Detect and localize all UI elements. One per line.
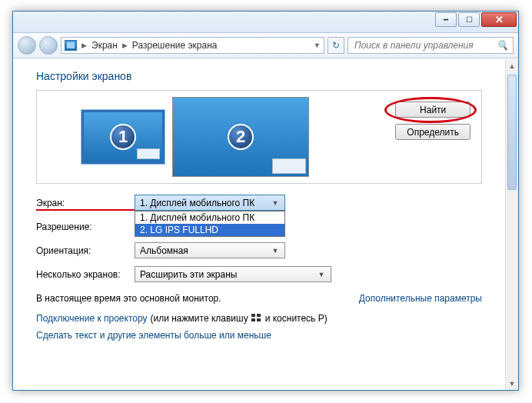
multi-display-value: Расширить эти экраны	[140, 269, 237, 280]
monitor-number-badge: 1	[110, 124, 136, 150]
projector-link[interactable]: Подключение к проектору	[36, 313, 148, 324]
projector-hint-a: (или нажмите клавишу	[151, 313, 248, 324]
back-button[interactable]	[18, 36, 36, 55]
find-button[interactable]: Найти	[395, 102, 470, 118]
multi-display-select[interactable]: Расширить эти экраны ▼	[135, 266, 331, 282]
scrollbar-thumb[interactable]	[507, 75, 517, 190]
display-icon	[65, 40, 77, 51]
window-frame: ━ ☐ ✕ ▶ Экран ▶ Разрешение экрана ▼ ↻ 🔍 …	[12, 11, 519, 391]
chevron-down-icon: ▼	[269, 245, 281, 257]
navbar: ▶ Экран ▶ Разрешение экрана ▼ ↻ 🔍	[13, 33, 518, 58]
settings-form: Экран: 1. Дисплей мобильного ПК ▼ 1. Дис…	[36, 195, 482, 282]
close-icon: ✕	[495, 14, 504, 25]
search-input[interactable]	[353, 39, 497, 52]
monitor-arrangement[interactable]: 1 2 Найти Определить	[36, 90, 482, 184]
forward-button[interactable]	[39, 36, 58, 55]
search-box[interactable]: 🔍	[347, 37, 514, 54]
display-option-2[interactable]: 2. LG IPS FULLHD	[135, 224, 284, 236]
monitor-taskbar-deco	[137, 148, 160, 159]
display-dropdown: 1. Дисплей мобильного ПК 2. LG IPS FULLH…	[135, 211, 285, 237]
chevron-right-icon: ▶	[81, 42, 87, 49]
display-label: Экран:	[36, 198, 135, 208]
chevron-down-icon: ▼	[315, 268, 328, 281]
monitor-number-badge: 2	[228, 124, 254, 150]
minimize-button[interactable]: ━	[435, 12, 457, 27]
orientation-select-value: Альбомная	[140, 245, 188, 256]
refresh-icon: ↻	[332, 40, 340, 51]
page-title: Настройки экранов	[36, 70, 482, 82]
address-bar[interactable]: ▶ Экран ▶ Разрешение экрана ▼	[61, 37, 324, 54]
display-option-1[interactable]: 1. Дисплей мобильного ПК	[135, 211, 284, 224]
display-select-value: 1. Дисплей мобильного ПК	[140, 198, 254, 208]
text-size-link[interactable]: Сделать текст и другие элементы больше и…	[36, 330, 271, 341]
resolution-label: Разрешение:	[36, 221, 135, 232]
monitor-2[interactable]: 2	[172, 97, 309, 177]
projector-hint-b: и коснитесь P)	[265, 313, 328, 324]
vertical-scrollbar[interactable]: ▲ ▼	[505, 59, 518, 390]
breadcrumb-item[interactable]: Разрешение экрана	[132, 40, 218, 51]
chevron-right-icon: ▶	[122, 42, 128, 49]
scroll-down-arrow[interactable]: ▼	[506, 377, 518, 390]
titlebar: ━ ☐ ✕	[13, 12, 518, 33]
chevron-down-icon: ▼	[269, 197, 281, 209]
scroll-up-arrow[interactable]: ▲	[506, 59, 518, 72]
display-select[interactable]: 1. Дисплей мобильного ПК ▼ 1. Дисплей мо…	[135, 195, 285, 211]
windows-key-icon	[251, 314, 262, 323]
orientation-label: Ориентация:	[36, 245, 135, 256]
breadcrumb-item[interactable]: Экран	[91, 40, 118, 51]
search-icon[interactable]: 🔍	[497, 40, 508, 51]
content-area: Настройки экранов 1 2 Найти Определить Э…	[13, 59, 505, 390]
orientation-select[interactable]: Альбомная ▼	[135, 242, 285, 258]
identify-button[interactable]: Определить	[395, 124, 470, 140]
minimize-icon: ━	[444, 15, 448, 24]
multi-display-label: Несколько экранов:	[36, 269, 135, 280]
monitor-1[interactable]: 1	[81, 110, 165, 164]
maximize-icon: ☐	[466, 15, 473, 24]
monitor-taskbar-deco	[272, 158, 306, 174]
refresh-button[interactable]: ↻	[328, 37, 344, 54]
maximize-button[interactable]: ☐	[458, 12, 480, 27]
close-button[interactable]: ✕	[481, 12, 517, 27]
chevron-down-icon[interactable]: ▼	[314, 42, 321, 49]
main-monitor-text: В настоящее время это основной монитор.	[36, 293, 221, 304]
advanced-settings-link[interactable]: Дополнительные параметры	[359, 293, 482, 304]
